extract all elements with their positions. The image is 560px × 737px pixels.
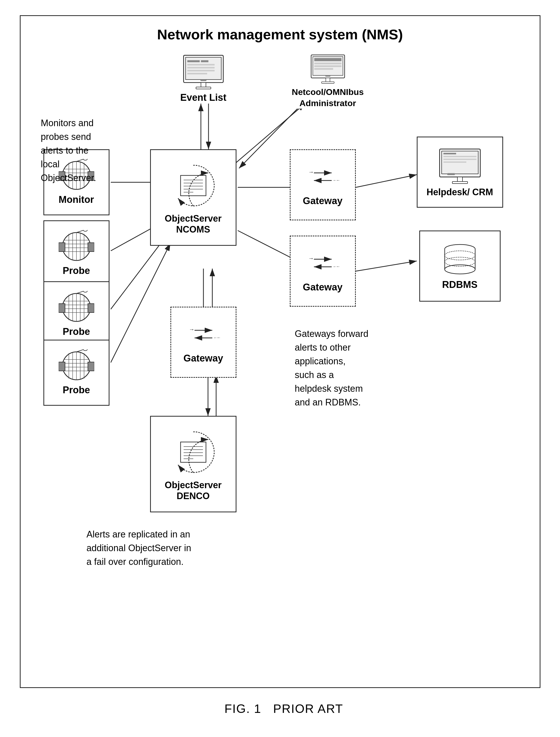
- svg-rect-28: [200, 79, 206, 81]
- objectserver-denco-box: ObjectServerDENCO: [150, 416, 236, 512]
- monitor-label: Monitor: [59, 194, 94, 206]
- gateway-top-icon: → ←−−: [306, 163, 339, 193]
- svg-line-13: [356, 261, 417, 271]
- probe2-label: Probe: [63, 326, 90, 338]
- gateway-bottom-icon: → ←−−: [187, 320, 220, 351]
- gateway-bottom-box: → ←−− Gateway: [170, 307, 236, 378]
- objectserver-denco-label: ObjectServerDENCO: [165, 479, 221, 501]
- probe3-box: Probe: [43, 340, 109, 406]
- svg-line-90: [76, 349, 84, 352]
- svg-rect-32: [314, 63, 341, 65]
- helpdesk-icon: [437, 147, 483, 185]
- probe3-satellite-icon: [59, 349, 94, 382]
- probe1-satellite-icon: [59, 230, 94, 263]
- event-list-box: Event List: [160, 53, 247, 104]
- svg-text:→: →: [189, 326, 195, 333]
- gateway-mid-icon: → ←−−: [306, 249, 339, 280]
- monitors-probes-text: Monitors and probes send alerts to the l…: [41, 116, 122, 185]
- rdbms-label: RDBMS: [442, 279, 477, 291]
- svg-rect-78: [59, 304, 65, 313]
- probe1-box: Probe: [43, 220, 109, 287]
- helpdesk-box: Helpdesk/ CRM: [417, 137, 503, 208]
- svg-line-12: [356, 175, 417, 187]
- svg-rect-115: [443, 156, 476, 157]
- svg-text:←−−: ←−−: [333, 178, 339, 182]
- svg-rect-37: [325, 75, 330, 77]
- gateway-bottom-label: Gateway: [183, 353, 223, 364]
- objectserver-denco-icon: [168, 427, 219, 477]
- objectserver-ncoms-box: ObjectServerNCOMS: [150, 149, 236, 246]
- svg-line-76: [76, 291, 84, 294]
- svg-text:→: →: [308, 169, 314, 175]
- gateway-top-label: Gateway: [303, 195, 342, 207]
- svg-rect-119: [452, 182, 468, 184]
- svg-rect-93: [88, 362, 94, 371]
- svg-rect-23: [187, 67, 214, 69]
- probe2-satellite-icon: [59, 291, 94, 324]
- svg-rect-33: [314, 65, 341, 67]
- svg-rect-79: [88, 304, 94, 313]
- gateway-mid-label: Gateway: [303, 282, 342, 293]
- diagram-body: Event List Netcool/OMNIbusAdministrator: [36, 53, 524, 662]
- svg-line-62: [76, 230, 84, 233]
- svg-rect-117: [443, 162, 466, 163]
- svg-rect-94: [181, 176, 206, 196]
- fig-caption: FIG. 1 PRIOR ART: [217, 701, 343, 716]
- fig-subtitle: PRIOR ART: [273, 702, 343, 715]
- omnibus-icon: [305, 53, 351, 84]
- fig-number: FIG. 1: [225, 702, 261, 715]
- probe2-box: Probe: [43, 281, 109, 347]
- svg-text:←−−: ←−−: [214, 336, 220, 340]
- gateways-forward-text: Gateways forward alerts to other applica…: [295, 327, 427, 409]
- svg-rect-65: [88, 243, 94, 252]
- event-list-label: Event List: [180, 92, 227, 104]
- svg-text:←−−: ←−−: [333, 265, 339, 269]
- svg-rect-31: [314, 58, 341, 61]
- rdbms-icon: [440, 242, 480, 277]
- svg-rect-22: [187, 64, 214, 66]
- gateway-mid-box: → ←−− Gateway: [290, 236, 356, 307]
- svg-rect-92: [59, 362, 65, 371]
- gateway-top-box: → ←−− Gateway: [290, 149, 356, 220]
- objectserver-ncoms-label: ObjectServerNCOMS: [165, 213, 221, 235]
- omnibus-box: Netcool/OMNIbusAdministrator: [280, 53, 376, 109]
- svg-rect-26: [201, 83, 206, 88]
- svg-rect-116: [443, 159, 476, 160]
- probe1-label: Probe: [63, 265, 90, 277]
- svg-rect-34: [314, 68, 333, 70]
- helpdesk-label: Helpdesk/ CRM: [426, 187, 493, 198]
- svg-rect-21: [201, 60, 208, 62]
- diagram-title: Network management system (NMS): [36, 26, 524, 43]
- svg-line-5: [111, 243, 170, 363]
- alerts-replicated-text: Alerts are replicated in an additional O…: [87, 527, 264, 569]
- svg-rect-27: [196, 87, 211, 89]
- svg-rect-120: [447, 173, 455, 175]
- svg-rect-128: [181, 442, 206, 462]
- svg-point-77: [83, 291, 87, 292]
- svg-rect-25: [187, 73, 207, 74]
- svg-rect-36: [322, 82, 334, 84]
- svg-point-91: [83, 349, 87, 351]
- svg-point-63: [83, 230, 87, 231]
- event-list-icon: [181, 53, 226, 90]
- rdbms-box: RDBMS: [419, 231, 501, 302]
- svg-text:→: →: [308, 255, 314, 262]
- svg-rect-20: [187, 60, 200, 62]
- probe3-label: Probe: [63, 384, 90, 396]
- omnibus-label: Netcool/OMNIbusAdministrator: [292, 86, 364, 109]
- svg-rect-24: [187, 70, 214, 71]
- objectserver-ncoms-icon: [168, 160, 219, 211]
- diagram-container: Network management system (NMS): [20, 15, 540, 688]
- svg-rect-64: [59, 243, 65, 252]
- svg-rect-114: [443, 153, 456, 154]
